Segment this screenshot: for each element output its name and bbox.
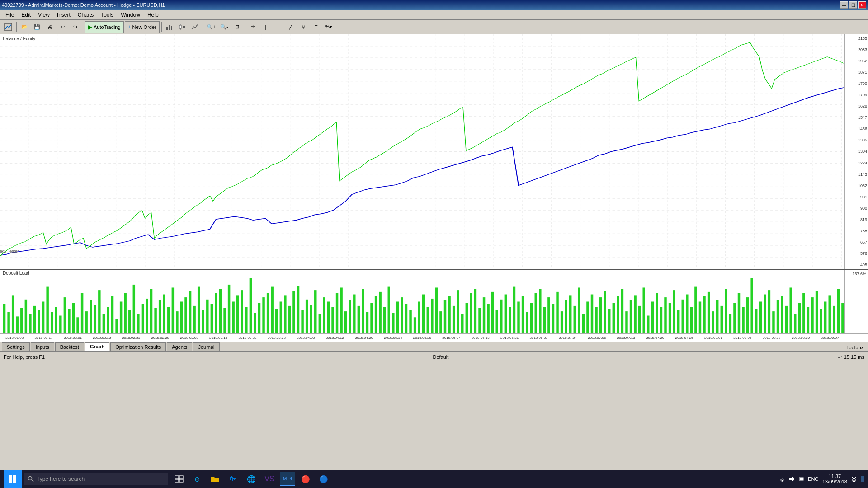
x-label-17: 2018.06.21	[495, 336, 524, 340]
title-bar: 40022709 - AdmiralMarkets-Demo: Demo Acc…	[0, 0, 868, 10]
svg-rect-177	[526, 312, 528, 333]
open-btn[interactable]: 📂	[19, 21, 30, 33]
svg-rect-220	[712, 311, 714, 333]
mt4-btn[interactable]: MT4	[280, 472, 295, 486]
percent-btn[interactable]: %▾	[323, 21, 335, 33]
print-btn[interactable]: 🖨	[44, 21, 56, 33]
profile-label: Default	[433, 354, 448, 360]
svg-rect-115	[258, 303, 260, 333]
taskbar-icons: e 🛍 🌐 VS MT4 🔴 🔵	[172, 472, 331, 486]
x-label-21: 2018.07.13	[612, 336, 641, 340]
task-view-btn[interactable]	[172, 472, 186, 486]
tab-settings[interactable]: Settings	[2, 342, 30, 351]
file-explorer-btn[interactable]	[208, 472, 222, 486]
y-label-900: 900	[846, 206, 867, 211]
svg-rect-118	[271, 287, 273, 333]
taskbar: Type here to search e 🛍 🌐 VS MT4 🔴 🔵 ENG…	[0, 470, 868, 488]
period-sep-btn[interactable]: |	[259, 21, 271, 33]
tab-agents[interactable]: Agents	[167, 342, 192, 351]
new-order-btn[interactable]: + New Order	[125, 21, 160, 33]
edge-btn[interactable]: e	[190, 472, 204, 486]
svg-rect-206	[651, 302, 654, 334]
balance-equity-svg	[0, 34, 844, 269]
volume-svg	[0, 270, 844, 333]
svg-rect-131	[327, 302, 330, 334]
maximize-button[interactable]: ☐	[849, 1, 857, 9]
vs-btn[interactable]: VS	[262, 472, 277, 486]
y-label-1143: 1143	[846, 172, 867, 177]
x-label-14: 2018.05.29	[408, 336, 437, 340]
bar-chart-btn[interactable]	[164, 21, 175, 33]
svg-rect-87	[137, 314, 139, 333]
show-desktop-icon[interactable]	[861, 476, 864, 482]
svg-rect-193	[595, 307, 597, 333]
app2-btn[interactable]: 🔴	[298, 472, 313, 486]
candlestick-btn[interactable]	[176, 21, 188, 33]
svg-rect-210	[669, 303, 671, 333]
tab-journal[interactable]: Journal	[193, 342, 219, 351]
trend-line-btn[interactable]: ╱	[285, 21, 297, 33]
svg-rect-227	[742, 307, 744, 333]
svg-rect-143	[379, 292, 381, 333]
svg-rect-215	[690, 307, 693, 333]
tab-graph[interactable]: Graph	[85, 342, 109, 351]
menu-view[interactable]: View	[34, 11, 53, 19]
x-label-1: 2018.01.17	[29, 336, 58, 340]
svg-rect-194	[599, 297, 602, 333]
store-btn[interactable]: 🛍	[226, 472, 241, 486]
svg-rect-7	[183, 26, 185, 28]
menu-insert[interactable]: Insert	[53, 11, 74, 19]
menu-charts[interactable]: Charts	[74, 11, 97, 19]
zoom-out-btn[interactable]: 🔍-	[218, 21, 230, 33]
window-title: 40022709 - AdmiralMarkets-Demo: Demo Acc…	[2, 2, 165, 8]
svg-rect-200	[625, 311, 627, 333]
balance-chart[interactable]: Balance / Equity	[0, 34, 868, 269]
svg-rect-226	[738, 293, 740, 333]
zoom-in-btn[interactable]: 🔍+	[205, 21, 217, 33]
svg-rect-92	[159, 300, 161, 333]
app3-btn[interactable]: 🔵	[316, 472, 331, 486]
svg-rect-108	[228, 285, 230, 333]
save-btn[interactable]: 💾	[31, 21, 43, 33]
svg-rect-151	[414, 317, 416, 333]
new-chart-btn[interactable]	[2, 21, 14, 33]
svg-rect-238	[789, 287, 792, 333]
svg-rect-90	[150, 289, 152, 333]
volume-chart[interactable]: Deposit Load	[0, 270, 844, 333]
svg-rect-244	[816, 291, 818, 333]
notification-icon[interactable]	[851, 476, 857, 482]
menu-file[interactable]: File	[2, 11, 18, 19]
svg-rect-68	[55, 307, 57, 333]
svg-rect-161	[457, 290, 459, 333]
menu-tools[interactable]: Tools	[97, 11, 117, 19]
tab-optimization[interactable]: Optimization Results	[110, 342, 166, 351]
svg-rect-196	[608, 309, 610, 333]
menu-help[interactable]: Help	[144, 11, 162, 19]
menu-window[interactable]: Window	[117, 11, 144, 19]
redo-btn[interactable]: ↪	[69, 21, 81, 33]
y-label-1547: 1547	[846, 115, 867, 120]
line-chart-btn[interactable]	[189, 21, 201, 33]
chrome-btn[interactable]: 🌐	[244, 472, 259, 486]
tab-inputs[interactable]: Inputs	[31, 342, 54, 351]
pitchfork-btn[interactable]: ⑂	[297, 21, 309, 33]
close-button[interactable]: ✕	[858, 1, 866, 9]
svg-rect-203	[638, 306, 641, 333]
svg-rect-134	[340, 287, 342, 333]
tab-backtest[interactable]: Backtest	[55, 342, 84, 351]
svg-rect-63	[33, 306, 36, 333]
properties-btn[interactable]: ⊞	[231, 21, 243, 33]
menu-edit[interactable]: Edit	[18, 11, 34, 19]
start-button[interactable]	[4, 470, 22, 488]
taskbar-search[interactable]: Type here to search	[24, 473, 168, 485]
dash-btn[interactable]: —	[272, 21, 284, 33]
auto-trading-btn[interactable]: ▶ AutoTrading	[85, 21, 124, 33]
text-btn[interactable]: T	[310, 21, 322, 33]
svg-rect-245	[820, 309, 822, 333]
undo-btn[interactable]: ↩	[57, 21, 68, 33]
svg-rect-266	[861, 476, 864, 482]
crosshair-btn[interactable]: ✛	[247, 21, 259, 33]
window-controls[interactable]: — ☐ ✕	[840, 1, 866, 9]
minimize-button[interactable]: —	[840, 1, 848, 9]
svg-rect-205	[647, 316, 649, 333]
